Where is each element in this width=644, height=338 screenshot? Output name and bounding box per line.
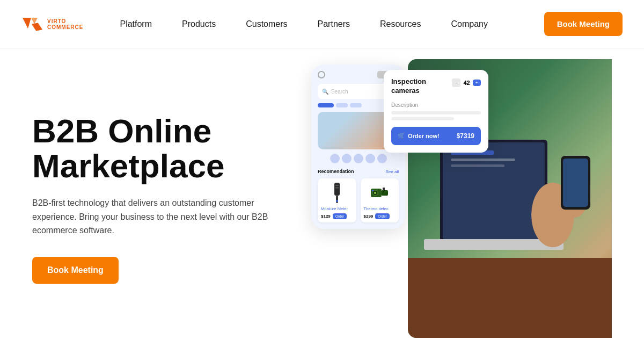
carousel-dots [318, 154, 399, 163]
nav-company[interactable]: Company [436, 19, 502, 29]
svg-rect-8 [335, 185, 339, 186]
pill-inactive-1[interactable] [336, 103, 348, 107]
product-price-row-2: $299 Order [364, 213, 396, 219]
product-order-button-1[interactable]: Order [333, 213, 347, 219]
product-card-2: Thermo detec $299 Order [361, 178, 399, 222]
nav-products[interactable]: Products [167, 19, 231, 29]
order-now-button[interactable]: 🛒 Order now! $7319 [391, 127, 481, 145]
nav-customers[interactable]: Customers [231, 19, 302, 29]
product-order-button-2[interactable]: Order [375, 213, 390, 219]
logo[interactable]: VIRTO COMMERCE [21, 13, 83, 35]
svg-marker-0 [23, 18, 31, 28]
product-name-2: Thermo detec [364, 206, 396, 211]
description-lines [391, 111, 481, 120]
svg-rect-18 [372, 190, 374, 191]
nav-partners[interactable]: Partners [303, 19, 365, 29]
recom-title: Recomendation [318, 169, 354, 174]
product-price-2: $299 [364, 214, 374, 219]
product-image-2 [364, 182, 396, 204]
hero-section: B2B Online Marketplace B2B-first technol… [0, 48, 644, 338]
svg-rect-29 [451, 159, 515, 161]
recommendations-header: Recomendation See all [318, 169, 399, 174]
dot-3[interactable] [354, 154, 363, 163]
search-icon: 🔍 [322, 89, 328, 95]
hero-subtitle: B2B-first technology that delivers an ou… [32, 196, 268, 238]
product-price-1: $129 [321, 214, 331, 219]
hero-mockups: 🔍 Search [301, 59, 612, 338]
product-image-1 [321, 182, 353, 204]
desc-line-1 [391, 111, 481, 114]
product-card-1: Moisture Meter $129 Order [318, 178, 356, 222]
pill-active[interactable] [318, 103, 334, 107]
main-nav: Platform Products Customers Partners Res… [105, 19, 544, 29]
products-row: Moisture Meter $129 Order [318, 178, 399, 222]
nav-platform[interactable]: Platform [105, 19, 167, 29]
logo-text: VIRTO COMMERCE [47, 18, 83, 30]
svg-point-15 [374, 192, 376, 194]
svg-rect-22 [443, 142, 545, 239]
search-placeholder: Search [331, 89, 382, 95]
cart-icon: 🛒 [398, 132, 405, 139]
counter-value: 42 [463, 80, 470, 86]
description-label: Description [391, 102, 481, 108]
nav-resources[interactable]: Resources [365, 19, 436, 29]
svg-rect-30 [451, 164, 504, 167]
dot-5[interactable] [377, 154, 387, 163]
svg-rect-10 [335, 189, 339, 189]
counter-plus-badge[interactable]: + [473, 80, 481, 86]
see-all-link[interactable]: See all [386, 169, 399, 174]
phone-camera [318, 71, 325, 78]
pill-inactive-2[interactable] [350, 103, 362, 107]
product-detail-card: Inspection cameras − 42 + Description 🛒 … [384, 70, 488, 153]
svg-rect-9 [335, 187, 339, 188]
desc-line-2 [391, 117, 454, 120]
hero-title: B2B Online Marketplace [32, 113, 290, 183]
hero-content: B2B Online Marketplace B2B-first technol… [32, 113, 301, 284]
dot-1[interactable] [330, 154, 340, 163]
product-name-1: Moisture Meter [321, 206, 353, 211]
order-btn-label: Order now! [408, 133, 440, 139]
dot-2[interactable] [342, 154, 352, 163]
detail-product-title: Inspection cameras [391, 77, 452, 96]
counter-minus-button[interactable]: − [452, 78, 460, 87]
svg-rect-19 [408, 258, 612, 338]
product-price-row-1: $129 Order [321, 213, 353, 219]
svg-marker-2 [32, 22, 42, 31]
header: VIRTO COMMERCE Platform Products Custome… [0, 0, 644, 48]
svg-rect-17 [383, 188, 385, 190]
header-book-meeting-button[interactable]: Book Meeting [544, 12, 623, 36]
hero-book-meeting-button[interactable]: Book Meeting [32, 257, 119, 284]
svg-point-12 [336, 200, 338, 202]
dot-4[interactable] [365, 154, 375, 163]
svg-rect-16 [382, 190, 388, 196]
svg-rect-27 [563, 159, 588, 207]
order-price: $7319 [457, 132, 474, 140]
